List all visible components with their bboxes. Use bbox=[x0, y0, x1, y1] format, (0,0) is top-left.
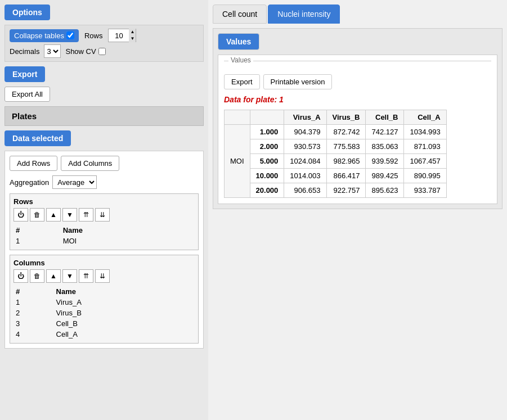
table-cell: 904.379 bbox=[284, 125, 326, 139]
col-num: 3 bbox=[14, 318, 54, 329]
th-empty bbox=[225, 110, 250, 125]
table-cell: 895.623 bbox=[366, 183, 404, 198]
rows-subsection: Rows ⏻ 🗑 ▲ ▼ ⇈ ⇊ # Name 1MOI bbox=[10, 193, 199, 250]
rows-label: Rows bbox=[84, 31, 103, 40]
collapse-tables-checkbox[interactable] bbox=[66, 31, 74, 39]
add-columns-button[interactable]: Add Columns bbox=[61, 156, 119, 171]
table-cell: 1067.457 bbox=[404, 154, 446, 169]
export-all-button[interactable]: Export All bbox=[5, 87, 50, 102]
values-actions: Export Printable version bbox=[224, 74, 491, 89]
col-name: Cell_B bbox=[54, 318, 195, 329]
row-name: MOI bbox=[61, 236, 195, 246]
aggregation-select[interactable]: Average Sum Min Max bbox=[52, 175, 97, 189]
values-box-title: Values bbox=[224, 61, 491, 70]
table-cell: 939.592 bbox=[366, 154, 404, 169]
tab-panel: Values Values Export Printable version D… bbox=[213, 28, 502, 209]
data-config-box: Add Rows Add Columns Aggregation Average… bbox=[5, 151, 204, 349]
collapse-tables-label[interactable]: Collapse tables bbox=[10, 29, 79, 42]
columns-up-btn[interactable]: ▲ bbox=[46, 269, 61, 283]
col-num: 2 bbox=[14, 308, 54, 318]
columns-down-btn[interactable]: ▼ bbox=[62, 269, 77, 283]
decimals-select[interactable]: 1 2 3 4 5 bbox=[44, 44, 61, 58]
aggregation-label: Aggregation bbox=[10, 178, 49, 187]
rows-down-button[interactable]: ▼ bbox=[129, 35, 136, 42]
table-cell: 989.425 bbox=[366, 169, 404, 183]
values-printable-button[interactable]: Printable version bbox=[263, 74, 333, 89]
row-label: 5.000 bbox=[250, 154, 284, 169]
rows-up-btn[interactable]: ▲ bbox=[46, 208, 61, 222]
table-row: 10.0001014.003866.417989.425890.995 bbox=[225, 169, 447, 183]
columns-table: # Name 1Virus_A2Virus_B3Cell_B4Cell_A bbox=[14, 286, 195, 340]
row-label: 10.000 bbox=[250, 169, 284, 183]
options-button[interactable]: Options bbox=[5, 4, 50, 20]
export-all-section: Export All bbox=[5, 87, 204, 102]
table-cell: 1034.993 bbox=[404, 125, 446, 139]
rows-up-button[interactable]: ▲ bbox=[129, 29, 136, 35]
table-cell: 933.787 bbox=[404, 183, 446, 198]
rows-power-btn[interactable]: ⏻ bbox=[14, 208, 28, 222]
export-section: Export bbox=[5, 66, 204, 82]
rows-trash-btn[interactable]: 🗑 bbox=[30, 208, 44, 222]
table-row: 5.0001024.084982.965939.5921067.457 bbox=[225, 154, 447, 169]
list-item: 1Virus_A bbox=[14, 297, 195, 308]
columns-sort-asc-btn[interactable]: ⇈ bbox=[79, 269, 93, 283]
table-row: 2.000930.573775.583835.063871.093 bbox=[225, 139, 447, 154]
left-panel: Options Collapse tables Rows ▲ ▼ Decimal… bbox=[0, 0, 208, 420]
show-cv-label[interactable]: Show CV bbox=[65, 47, 105, 56]
moi-group-cell: MOI bbox=[225, 125, 250, 198]
data-table: Virus_AVirus_BCell_BCell_A MOI1.000904.3… bbox=[224, 110, 447, 198]
options-section: Options bbox=[5, 4, 204, 20]
table-cell: 906.653 bbox=[284, 183, 326, 198]
table-cell: 1024.084 bbox=[284, 154, 326, 169]
list-item: 3Cell_B bbox=[14, 318, 195, 329]
table-cell: 866.417 bbox=[326, 169, 366, 183]
table-cell: 775.583 bbox=[326, 139, 366, 154]
rows-sort-asc-btn[interactable]: ⇈ bbox=[79, 208, 93, 222]
list-item: 1MOI bbox=[14, 236, 195, 246]
table-cell: 922.757 bbox=[326, 183, 366, 198]
row-label: 2.000 bbox=[250, 139, 284, 154]
add-rows-button[interactable]: Add Rows bbox=[10, 156, 57, 171]
table-cell: 1014.003 bbox=[284, 169, 326, 183]
inner-tab-row: Values bbox=[218, 33, 497, 50]
col-name: Virus_A bbox=[54, 297, 195, 308]
tab-nuclei-intensity[interactable]: Nuclei intensity bbox=[268, 4, 340, 24]
rows-spinner: ▲ ▼ bbox=[129, 29, 136, 42]
decimals-label: Decimals bbox=[10, 47, 39, 56]
col-num: 4 bbox=[14, 329, 54, 340]
plate-title: Data for plate: 1 bbox=[224, 95, 491, 104]
rows-col-name: Name bbox=[61, 225, 195, 236]
columns-trash-btn[interactable]: 🗑 bbox=[30, 269, 44, 283]
config-btn-row: Add Rows Add Columns bbox=[10, 156, 199, 171]
rows-col-num: # bbox=[14, 225, 61, 236]
values-export-button[interactable]: Export bbox=[224, 74, 260, 89]
rows-down-btn[interactable]: ▼ bbox=[62, 208, 77, 222]
rows-sort-desc-btn[interactable]: ⇊ bbox=[95, 208, 110, 222]
tab-cell-count[interactable]: Cell count bbox=[213, 4, 267, 24]
right-panel: Cell count Nuclei intensity Values Value… bbox=[208, 0, 507, 420]
rows-input[interactable] bbox=[109, 29, 129, 42]
export-button[interactable]: Export bbox=[5, 66, 45, 82]
table-cell: 872.742 bbox=[326, 125, 366, 139]
columns-power-btn[interactable]: ⏻ bbox=[14, 269, 28, 283]
data-selected-button[interactable]: Data selected bbox=[5, 130, 71, 146]
list-item: 2Virus_B bbox=[14, 308, 195, 318]
values-tab-button[interactable]: Values bbox=[218, 33, 259, 50]
table-col-header: Cell_B bbox=[366, 110, 404, 125]
show-cv-checkbox[interactable] bbox=[98, 48, 106, 55]
rows-icon-row: ⏻ 🗑 ▲ ▼ ⇈ ⇊ bbox=[14, 208, 195, 222]
plates-header: Plates bbox=[5, 106, 204, 126]
data-selected-section: Data selected bbox=[5, 130, 204, 146]
columns-col-num: # bbox=[14, 286, 54, 297]
columns-sort-desc-btn[interactable]: ⇊ bbox=[95, 269, 110, 283]
table-row: 20.000906.653922.757895.623933.787 bbox=[225, 183, 447, 198]
col-num: 1 bbox=[14, 297, 54, 308]
table-col-header: Virus_A bbox=[284, 110, 326, 125]
columns-subsection: Columns ⏻ 🗑 ▲ ▼ ⇈ ⇊ # Name 1Virus_A2Viru… bbox=[10, 255, 199, 344]
columns-col-name: Name bbox=[54, 286, 195, 297]
col-name: Cell_A bbox=[54, 329, 195, 340]
rows-input-wrap: ▲ ▼ bbox=[108, 29, 136, 42]
table-col-header: Virus_B bbox=[326, 110, 366, 125]
table-row: MOI1.000904.379872.742742.1271034.993 bbox=[225, 125, 447, 139]
row-label: 20.000 bbox=[250, 183, 284, 198]
